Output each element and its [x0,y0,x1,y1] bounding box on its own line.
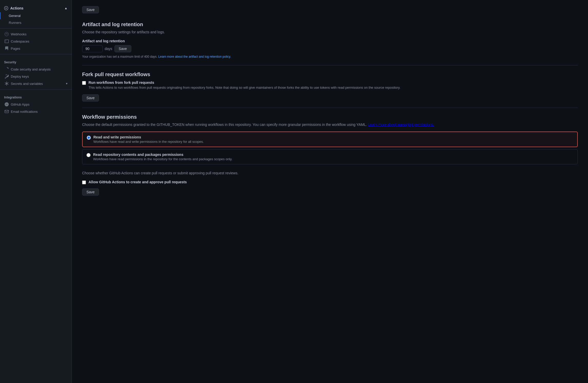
artifact-section-title: Artifact and log retention [82,22,578,27]
radio-option-read-only[interactable]: Read repository contents and packages pe… [82,149,578,164]
sidebar-codespaces-label: Codespaces [11,39,29,43]
radio-read-write[interactable] [87,136,91,140]
sidebar: Actions ▲ General Runners Webhooks Codes… [0,0,72,383]
radio-ro-desc: Workflows have read permissions in the r… [93,157,232,161]
asterisk-icon [5,82,9,86]
artifact-help-text: Your organization has set a maximum limi… [82,54,578,59]
artifact-learn-more-link[interactable]: Learn more about the artifact and log re… [158,55,231,58]
sidebar-email-notifications-label: Email notifications [11,110,38,114]
sidebar-webhooks-label: Webhooks [11,32,26,36]
key-icon [5,74,9,78]
sidebar-actions-label: Actions [10,6,23,10]
workflow-learn-more-link[interactable]: Learn more about managing permissions. [368,123,434,127]
sidebar-item-runners[interactable]: Runners [0,19,72,26]
radio-rw-desc: Workflows have read and write permission… [93,140,204,144]
workflow-save-button[interactable]: Save [82,188,99,196]
app-icon [5,102,9,106]
main-content: Save Artifact and log retention Choose t… [72,0,588,383]
sidebar-item-secrets[interactable]: Secrets and variables ▾ [0,80,72,87]
sidebar-integrations-group: Integrations [0,92,72,101]
sidebar-item-pages[interactable]: Pages [0,45,72,52]
fork-checkbox-label: Run workflows from fork pull requests [89,80,154,85]
workflow-section-title: Workflow permissions [82,114,578,120]
pr-checkbox-label: Allow GitHub Actions to create and appro… [89,180,187,184]
days-label: days [105,47,112,51]
fork-save-button[interactable]: Save [82,94,99,102]
radio-rw-label: Read and write permissions [93,135,141,139]
svg-point-0 [5,32,9,36]
codespaces-icon [5,39,9,43]
artifact-field-label: Artifact and log retention [82,39,578,43]
fork-checkbox-desc: This tells Actions to run workflows from… [89,85,400,90]
fork-checkbox[interactable] [82,81,86,85]
sidebar-code-security-label: Code security and analysis [11,67,51,71]
sidebar-pages-label: Pages [11,47,20,51]
artifact-days-input[interactable] [82,45,103,52]
workflow-section-desc: Choose the default permissions granted t… [82,122,578,127]
sidebar-item-github-apps[interactable]: GitHub Apps [0,101,72,108]
radio-option-read-write[interactable]: Read and write permissions Workflows hav… [82,132,578,147]
workflow-section: Workflow permissions Choose the default … [82,114,578,196]
radio-ro-label: Read repository contents and packages pe… [93,153,183,157]
sidebar-runners-label: Runners [9,21,21,25]
radio-read-only[interactable] [86,153,91,157]
artifact-save-button[interactable]: Save [114,45,131,52]
sidebar-secrets-label: Secrets and variables [11,82,43,86]
save-button-top[interactable]: Save [82,6,99,13]
fork-section: Fork pull request workflows Run workflow… [82,72,578,102]
sidebar-item-code-security[interactable]: Code security and analysis [0,66,72,73]
artifact-section: Artifact and log retention Choose the re… [82,22,578,59]
webhook-icon [5,32,9,36]
sidebar-item-codespaces[interactable]: Codespaces [0,38,72,45]
shield-icon [5,67,9,71]
mail-icon [5,109,9,114]
pr-description: Choose whether GitHub Actions can create… [82,170,578,176]
save-button-top-container: Save [82,6,578,13]
artifact-section-desc: Choose the repository settings for artif… [82,29,578,35]
fork-section-title: Fork pull request workflows [82,72,578,77]
workflow-permissions-radio-group: Read and write permissions Workflows hav… [82,132,578,166]
sidebar-item-deploy-keys[interactable]: Deploy keys [0,73,72,80]
sidebar-github-apps-label: GitHub Apps [11,103,30,106]
sidebar-general-label: General [9,14,21,18]
pr-checkbox[interactable] [82,180,86,184]
actions-icon [4,6,8,10]
sidebar-item-webhooks[interactable]: Webhooks [0,31,72,38]
sidebar-actions-header[interactable]: Actions ▲ [0,4,72,12]
sidebar-security-group: Security [0,56,72,66]
secrets-chevron-icon: ▾ [66,82,67,85]
actions-chevron-icon: ▲ [64,6,67,10]
pages-icon [5,46,9,51]
sidebar-item-general[interactable]: General [0,12,72,19]
sidebar-item-email-notifications[interactable]: Email notifications [0,108,72,115]
sidebar-deploy-keys-label: Deploy keys [11,75,29,78]
